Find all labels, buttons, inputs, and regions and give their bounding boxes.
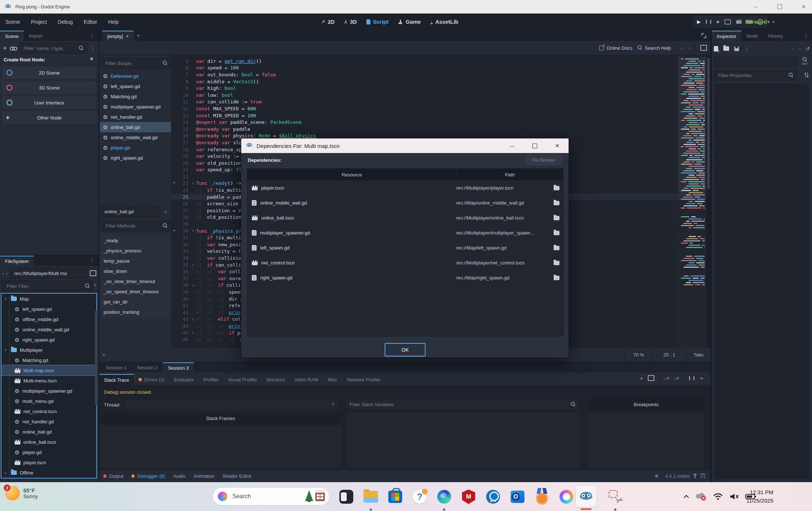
menu-debug[interactable]: Debug (52, 19, 78, 25)
play-scene-icon[interactable] (736, 20, 742, 24)
history-back-icon[interactable]: ‹ (792, 46, 794, 52)
menu-help[interactable]: Help (103, 19, 124, 25)
object-history-icon[interactable]: ↺ (806, 46, 810, 52)
sort-icon[interactable]: ↑↓ (93, 282, 96, 287)
inspector-menu-icon[interactable]: ⋮ (804, 32, 812, 41)
resource-options-icon[interactable]: ⋮ (744, 45, 750, 52)
audio-muted-icon[interactable] (654, 474, 661, 478)
tab-network-profiler[interactable]: Network Profiler (342, 374, 385, 385)
fold-icon[interactable]: ∨ (190, 331, 196, 335)
stack-variables-list[interactable] (345, 412, 580, 469)
load-resource-icon[interactable] (723, 46, 729, 51)
fs-item-multi-map-tscn[interactable]: Multi map.tscn (1, 365, 96, 375)
resource-name-field[interactable] (714, 56, 797, 67)
menu-scene[interactable]: Scene (0, 19, 26, 25)
scene-filter-field[interactable] (19, 43, 87, 54)
fs-item-player-gd[interactable]: ⚙player.gd (1, 447, 96, 457)
scene-filter-input[interactable] (23, 45, 76, 52)
filter-methods-field[interactable] (101, 220, 171, 231)
property-tools-icon[interactable] (804, 72, 809, 78)
create-other-node-button[interactable]: +Other Node (2, 111, 96, 124)
method-item-on-slow-timer-timeout[interactable]: _on_slow_timer_timeout (100, 276, 171, 286)
bottom-tab-output[interactable]: Output (99, 473, 127, 479)
record-icon[interactable]: ● (640, 375, 643, 381)
tab-visual-profiler[interactable]: Visual Profiler (223, 374, 262, 385)
script-item-defensive-gd[interactable]: ⚙Defensive.gd (100, 71, 171, 81)
script-item-online-middle-wall-gd[interactable]: ⚙online_middle_wall.gd (100, 132, 171, 142)
dependency-row-right-spawn-gd[interactable]: right_spawn.gdres://Map/right_spawn.gd (247, 270, 563, 285)
taskbar-edge-icon[interactable] (434, 487, 454, 506)
fs-item-map[interactable]: ∨Map (1, 294, 96, 304)
taskbar-godot-icon[interactable] (576, 487, 596, 506)
taskbar-widgets-icon[interactable] (336, 487, 357, 506)
workspace-2d[interactable]: ↗2D (321, 19, 335, 25)
create-3d-scene-button[interactable]: 3D Scene (2, 81, 96, 94)
ok-button[interactable]: OK (385, 343, 426, 356)
expand-icon[interactable] (701, 33, 706, 38)
taskbar-clock[interactable]: 12:31 PM 11/25/2025 (746, 488, 773, 505)
method-item-slow-down[interactable]: slow_down (100, 266, 171, 276)
tab-session-3[interactable]: Session 3 (163, 362, 194, 373)
taskbar-copilot-icon[interactable] (556, 487, 577, 506)
tab-inspector[interactable]: Inspector (712, 31, 741, 41)
filesystem-scrollbar[interactable] (95, 310, 97, 405)
tab-profiler[interactable]: Profiler (199, 374, 223, 385)
script-item-left-spawn-gd[interactable]: ⚙left_spawn.gd (100, 81, 171, 91)
save-resource-icon[interactable] (734, 46, 739, 51)
zoom-level[interactable]: 70 % (625, 348, 652, 362)
fold-icon[interactable]: ∨ (190, 263, 196, 267)
history-forward-icon[interactable]: › (799, 46, 801, 52)
fs-item-matching-gd[interactable]: ⚙Matching.gd (1, 355, 96, 365)
taskbar-beta-icon[interactable]: BETA (483, 487, 503, 506)
split-mode-icon[interactable] (90, 270, 96, 276)
taskbar-store-icon[interactable] (385, 487, 405, 506)
play-icon[interactable]: ▶ (697, 19, 701, 24)
renderer-selector[interactable]: Forward+ ∨ (745, 14, 775, 30)
filter-files-input[interactable] (6, 283, 82, 289)
thread-dropdown[interactable] (124, 399, 338, 411)
dependency-row-online-middle-wall-gd[interactable]: online_middle_wall.gdres://Map/online_mi… (247, 195, 563, 210)
workspace-game[interactable]: Game (398, 19, 421, 25)
filesystem-menu-icon[interactable]: ⋮ (89, 257, 99, 266)
dock-menu-icon[interactable]: ⋮ (89, 32, 99, 41)
continue-icon[interactable]: ↠ (699, 375, 703, 381)
fs-item-online-ball-tscn[interactable]: online_ball.tscn (1, 437, 96, 447)
pause-icon[interactable] (706, 20, 711, 24)
fs-item-online-middle-wall-gd[interactable]: ⚙online_middle_wall.gd (1, 324, 96, 335)
fold-icon[interactable]: ∨ (190, 283, 196, 287)
history-back-icon[interactable]: ‹ (681, 45, 683, 51)
column-resource[interactable]: Resource (247, 169, 457, 180)
open-folder-icon[interactable] (554, 246, 559, 250)
copy-icon[interactable] (648, 375, 654, 381)
scripts-panel-toggle-icon[interactable] (700, 45, 707, 51)
fs-item-multiplayer-spawner-gd[interactable]: ⚙multiplayer_spawner.gd (1, 386, 96, 396)
workspace-3d[interactable]: Y3D (344, 19, 357, 25)
volume-muted-icon[interactable] (729, 493, 739, 500)
path-input[interactable] (14, 270, 84, 277)
tab-stack-trace[interactable]: Stack Trace (99, 374, 134, 385)
dependency-row-net-control-tscn[interactable]: net_control.tscnres://Multiplayer/net_co… (247, 255, 563, 270)
expander-icon[interactable]: ∨ (4, 471, 8, 474)
dialog-maximize-button[interactable] (523, 138, 546, 153)
tab-session-1[interactable]: Session 1 (101, 362, 132, 373)
bottom-tab-animation[interactable]: Animation (189, 473, 219, 479)
scene-options-icon[interactable]: ⋮ (90, 45, 96, 52)
online-docs-button[interactable]: Online Docs (599, 45, 632, 51)
create-2d-scene-button[interactable]: 2D Scene (2, 66, 96, 79)
wifi-icon[interactable] (713, 493, 723, 500)
open-folder-icon[interactable] (554, 261, 559, 265)
scene-tab-empty[interactable]: [empty] × (102, 31, 134, 41)
open-folder-icon[interactable] (554, 231, 559, 235)
column-path[interactable]: Path (457, 169, 563, 180)
stop-icon[interactable]: ■ (716, 19, 719, 24)
fs-item-multi-menu-tscn[interactable]: Multi-menu.tscn (1, 375, 96, 386)
maximize-button[interactable] (771, 0, 788, 14)
fs-item-net-control-tscn[interactable]: net_control.tscn (1, 406, 96, 416)
taskbar-search-input[interactable] (232, 493, 284, 500)
menu-editor[interactable]: Editor (78, 19, 103, 25)
method-item-get-ran-dir[interactable]: get_ran_dir (100, 297, 171, 307)
script-item-right-spawn-gd[interactable]: ⚙right_spawn.gd (100, 153, 171, 163)
menu-project[interactable]: Project (26, 19, 53, 25)
bottom-tab-debugger-6[interactable]: Debugger (6) (127, 473, 169, 479)
nav-back-icon[interactable]: ‹ (2, 271, 4, 276)
